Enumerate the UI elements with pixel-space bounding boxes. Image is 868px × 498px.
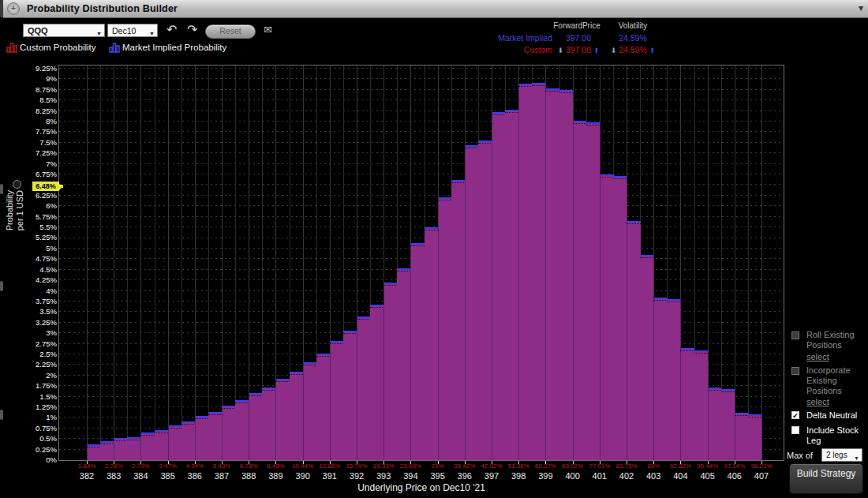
probability-bar[interactable] <box>222 406 236 460</box>
y-tick-label: 8.25% <box>24 107 57 115</box>
incorporate-existing-positions-checkbox[interactable] <box>791 367 799 375</box>
custom-forward-price-control: ⬇ 397.00 ⬆ <box>547 45 610 54</box>
probability-bar[interactable] <box>208 412 223 460</box>
probability-bar[interactable] <box>370 305 384 460</box>
probability-bar[interactable] <box>330 341 344 460</box>
y-tick-label: 4.5% <box>24 266 57 274</box>
probability-bar[interactable] <box>600 174 614 460</box>
delta-neutral-checkbox[interactable]: ✔ <box>791 411 799 419</box>
undo-icon[interactable]: ↶ <box>166 23 177 37</box>
probability-bar[interactable] <box>532 83 546 460</box>
custom-distribution-edge <box>640 257 654 258</box>
probability-bar[interactable] <box>275 379 290 460</box>
probability-bar[interactable] <box>262 388 276 460</box>
probability-bar[interactable] <box>680 348 694 460</box>
price-gridline-overlay <box>195 66 196 460</box>
probability-bar[interactable] <box>451 180 466 461</box>
probability-bar[interactable] <box>586 122 600 460</box>
forward-price-decrease-icon[interactable]: ⬇ <box>557 47 563 54</box>
legend-custom-probability[interactable]: Custom Probability <box>20 43 96 52</box>
probability-bar[interactable] <box>694 350 709 460</box>
redo-icon[interactable]: ↷ <box>187 23 197 37</box>
probability-bar[interactable] <box>235 400 249 460</box>
probability-bar[interactable] <box>397 268 411 460</box>
probability-bar[interactable] <box>114 438 128 460</box>
probability-histogram-plot[interactable] <box>58 65 784 461</box>
max-legs-select[interactable]: 2 legs ▼ <box>821 448 862 462</box>
volatility-increase-icon[interactable]: ⬆ <box>649 47 656 54</box>
price-gridline-overlay <box>114 66 114 460</box>
probability-bar[interactable] <box>181 421 196 460</box>
y-tick-label: 5.5% <box>24 223 57 231</box>
probability-bar[interactable] <box>290 372 304 460</box>
roll-existing-positions-checkbox[interactable] <box>791 331 799 339</box>
volatility-header: Volatility <box>609 21 657 30</box>
probability-bar[interactable] <box>518 84 533 460</box>
probability-bar[interactable] <box>127 437 141 460</box>
y-tick-label: 3.25% <box>24 319 57 327</box>
help-icon[interactable] <box>13 180 21 189</box>
window-title: Probability Distribution Builder <box>27 3 178 14</box>
probability-bar[interactable] <box>465 145 479 460</box>
probability-bar[interactable] <box>140 432 155 460</box>
probability-bar[interactable] <box>492 112 506 460</box>
probability-bar[interactable] <box>708 388 722 460</box>
price-gridline-overlay <box>383 66 384 460</box>
probability-bar[interactable] <box>438 197 452 460</box>
incorporate-select-link[interactable]: select <box>806 397 829 406</box>
probability-bar[interactable] <box>559 90 574 460</box>
volatility-decrease-icon[interactable]: ⬇ <box>611 47 617 54</box>
probability-bar[interactable] <box>653 298 668 460</box>
y-tick-label: 6.75% <box>24 170 57 178</box>
envelope-icon[interactable]: ✉ <box>264 24 272 36</box>
y-axis-title: Probability per 1 USD <box>5 190 25 230</box>
probability-bar[interactable] <box>721 389 735 460</box>
probability-bar[interactable] <box>155 430 169 460</box>
probability-bar[interactable] <box>425 227 439 460</box>
build-strategy-button[interactable]: Build Strategy <box>789 463 863 494</box>
probability-bar[interactable] <box>87 444 101 460</box>
probability-marker-label: 6.48% <box>32 182 59 191</box>
probability-bar[interactable] <box>478 140 492 460</box>
probability-bar[interactable] <box>168 425 182 461</box>
probability-bar[interactable] <box>667 299 681 460</box>
custom-distribution-edge <box>451 182 466 183</box>
probability-bar[interactable] <box>613 176 627 460</box>
custom-volatility-value[interactable]: 24.59% <box>619 45 647 54</box>
probability-bar[interactable] <box>316 354 331 460</box>
probability-bar[interactable] <box>195 416 209 460</box>
y-tick-label: 6.25% <box>24 192 57 200</box>
probability-bar[interactable] <box>100 441 114 460</box>
gadget-detach-icon[interactable]: + <box>7 2 20 15</box>
probability-bar[interactable] <box>357 316 371 460</box>
chevron-down-icon[interactable]: ▾ <box>859 2 863 13</box>
probability-bar[interactable] <box>505 110 519 460</box>
probability-bar[interactable] <box>735 413 749 460</box>
symbol-select[interactable]: QQQ ▼ <box>23 24 105 37</box>
custom-distribution-edge <box>316 356 331 357</box>
legend-market-implied-probability[interactable]: Market Implied Probability <box>122 43 226 52</box>
reset-button[interactable]: Reset <box>205 24 256 39</box>
probability-bar[interactable] <box>627 221 641 460</box>
forward-price-increase-icon[interactable]: ⬆ <box>593 47 600 54</box>
probability-bar[interactable] <box>303 362 317 460</box>
probability-bar[interactable] <box>748 414 762 460</box>
custom-distribution-edge <box>586 125 600 125</box>
probability-bar[interactable] <box>573 121 587 460</box>
include-stock-leg-checkbox[interactable] <box>791 426 799 434</box>
y-tick-label: 7% <box>24 160 57 168</box>
expiry-select[interactable]: Dec10 '21 ▼ <box>107 24 158 37</box>
probability-bar[interactable] <box>249 393 263 460</box>
probability-bar[interactable] <box>410 243 425 460</box>
probability-bar[interactable] <box>343 331 357 460</box>
custom-distribution-edge <box>222 408 236 409</box>
probability-bar[interactable] <box>640 255 654 460</box>
probability-bar[interactable] <box>545 88 559 460</box>
probability-bar[interactable] <box>383 283 398 460</box>
custom-forward-price-value[interactable]: 397.00 <box>566 45 591 54</box>
price-gridline-overlay <box>410 66 411 460</box>
custom-distribution-edge <box>492 114 506 115</box>
half-price-gridline <box>181 66 182 460</box>
price-gridline-overlay <box>357 66 357 460</box>
roll-select-link[interactable]: select <box>806 352 829 361</box>
